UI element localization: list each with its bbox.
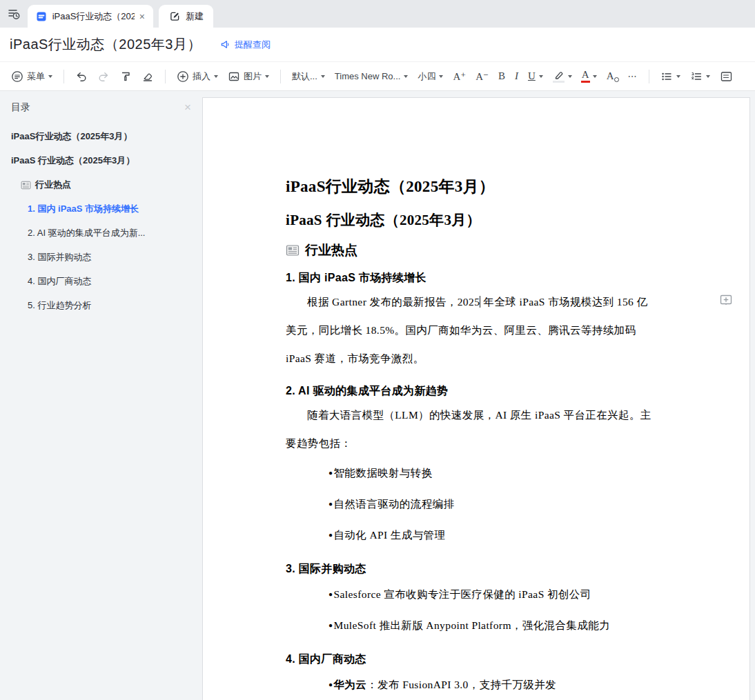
insert-button[interactable]: 插入 <box>173 68 222 86</box>
chevron-down-icon <box>568 75 572 78</box>
tab-bar: iPaaS行业动态（2025 × 新建 <box>0 0 755 28</box>
doc-paragraph-line: 随着大语言模型（LLM）的快速发展，AI 原生 iPaaS 平台正在兴起。主 <box>286 401 667 429</box>
font-family-select[interactable]: Times New Ro... <box>331 68 413 84</box>
doc-text: iPaaS 赛道，市场竞争激烈。 <box>286 352 424 364</box>
toc-sidebar: 目录 × iPaaS行业动态（2025年3月）iPaaS 行业动态（2025年3… <box>0 91 202 700</box>
megaphone-icon <box>219 39 232 51</box>
doc-text: ：发布 FusionAPI 3.0，支持千万级并发 <box>366 679 556 690</box>
menu-label: 菜单 <box>27 70 45 83</box>
content-area: 目录 × iPaaS行业动态（2025年3月）iPaaS 行业动态（2025年3… <box>0 91 755 700</box>
font-increase-button[interactable]: A⁺ <box>449 68 470 86</box>
toc-doc-icon <box>21 180 31 190</box>
tab-close-icon[interactable]: × <box>139 12 145 21</box>
menu-button[interactable]: 菜单 <box>7 68 57 86</box>
bold-label: B <box>498 70 505 82</box>
toc-item[interactable]: 4. 国内厂商动态 <box>11 274 191 288</box>
doc-content: iPaaS行业动态（2025年3月）iPaaS 行业动态（2025年3月） 行业… <box>286 176 667 700</box>
italic-button[interactable]: I <box>511 68 522 85</box>
clear-format-button[interactable] <box>137 68 158 86</box>
document-canvas: iPaaS行业动态（2025年3月）iPaaS 行业动态（2025年3月） 行业… <box>202 91 755 700</box>
bullet-list-button[interactable] <box>656 68 685 86</box>
doc-text: MuleSoft 推出新版 Anypoint Platform，强化混合集成能力 <box>333 619 609 631</box>
bullet-dot: ● <box>329 469 333 477</box>
doc-heading-h4: 2. AI 驱动的集成平台成为新趋势 <box>286 384 667 399</box>
font-family-value: Times New Ro... <box>335 71 401 81</box>
paragraph-style-select[interactable]: 默认... <box>288 68 329 86</box>
toc-close-icon[interactable]: × <box>184 101 191 114</box>
doc-text: 自然语言驱动的流程编排 <box>333 498 454 510</box>
doc-text: 美元，同比增长 18.5%。国内厂商如华为云、阿里云、腾讯云等持续加码 <box>286 324 636 336</box>
toc-item-label: iPaaS 行业动态（2025年3月） <box>11 155 135 166</box>
image-label: 图片 <box>244 70 262 83</box>
highlighter-icon <box>553 70 565 83</box>
font-size-value: 小四 <box>418 70 435 83</box>
toolbar: 菜单 插入 图片 默认... Times New Ro... 小四 <box>0 61 755 91</box>
doc-heading-h3: 行业热点 <box>286 241 667 259</box>
doc-bullet-item: ●MuleSoft 推出新版 Anypoint Platform，强化混合集成能… <box>286 610 667 641</box>
chevron-down-icon <box>593 75 597 78</box>
font-size-select[interactable]: 小四 <box>413 68 447 86</box>
newspaper-icon <box>286 243 300 257</box>
bold-button[interactable]: B <box>494 68 509 85</box>
doc-paragraph-line: iPaaS 赛道，市场竞争激烈。 <box>286 344 667 372</box>
toc-item-label: 4. 国内厂商动态 <box>28 276 91 287</box>
toolbar-separator <box>649 70 649 83</box>
font-decrease-button[interactable]: A⁻ <box>471 68 493 86</box>
text-settings-button[interactable]: A <box>602 68 618 85</box>
tab-new[interactable]: 新建 <box>159 5 213 28</box>
history-icon[interactable] <box>0 0 28 28</box>
image-icon <box>228 70 240 83</box>
tab-document-label: iPaaS行业动态（2025 <box>52 10 135 23</box>
tab-document[interactable]: iPaaS行业动态（2025 × <box>28 5 153 28</box>
undo-button[interactable] <box>71 68 92 86</box>
toolbar-separator <box>63 70 64 83</box>
bullet-dot: ● <box>329 500 333 508</box>
doc-file-icon <box>36 10 48 23</box>
bullet-dot: ● <box>329 590 333 598</box>
doc-text: 华为云 <box>333 679 366 690</box>
chevron-down-icon <box>539 75 543 78</box>
toolbar-more-button[interactable]: ⋯ <box>623 68 642 84</box>
tab-new-label: 新建 <box>186 10 204 23</box>
doc-paragraph-line: 根据 Gartner 发布的最新报告，2025 年全球 iPaaS 市场规模达到… <box>286 288 667 316</box>
doc-text: 自动化 API 生成与管理 <box>333 529 445 541</box>
doc-heading-label: 行业热点 <box>305 241 357 259</box>
chevron-down-icon <box>265 75 269 78</box>
toc-item-label: iPaaS行业动态（2025年3月） <box>11 131 133 142</box>
highlight-button[interactable] <box>549 68 576 86</box>
remind-review-label: 提醒查阅 <box>235 39 271 51</box>
toc-item-label: 2. AI 驱动的集成平台成为新... <box>28 228 145 239</box>
compose-icon <box>168 10 181 23</box>
doc-text: 根据 Gartner 发布的最新报告，2025 <box>307 296 480 308</box>
document-page[interactable]: iPaaS行业动态（2025年3月）iPaaS 行业动态（2025年3月） 行业… <box>202 97 750 700</box>
chevron-down-icon <box>439 75 443 78</box>
remind-review-button[interactable]: 提醒查阅 <box>219 39 271 51</box>
font-color-icon: A <box>582 70 589 83</box>
toc-item-label: 行业热点 <box>35 179 71 190</box>
format-painter-button[interactable] <box>115 68 136 86</box>
clipped-toolbar-icon[interactable] <box>716 68 736 86</box>
font-color-button[interactable]: A <box>578 67 601 86</box>
toc-item[interactable]: 行业热点 <box>11 178 191 192</box>
toc-item[interactable]: iPaaS 行业动态（2025年3月） <box>11 154 191 168</box>
toc-item[interactable]: 5. 行业趋势分析 <box>11 299 191 312</box>
toc-header-label: 目录 <box>11 101 30 114</box>
font-decrease-label: A⁻ <box>475 70 489 83</box>
image-button[interactable]: 图片 <box>224 68 273 86</box>
redo-button[interactable] <box>93 68 114 86</box>
bullet-dot: ● <box>329 531 333 539</box>
toolbar-separator <box>280 70 281 83</box>
toc-item-label: 3. 国际并购动态 <box>28 252 91 263</box>
toc-item[interactable]: 1. 国内 iPaaS 市场持续增长 <box>11 202 191 216</box>
toc-item[interactable]: iPaaS行业动态（2025年3月） <box>11 130 191 143</box>
toc-item[interactable]: 2. AI 驱动的集成平台成为新... <box>11 226 191 240</box>
chevron-down-icon <box>404 75 408 78</box>
toc-item[interactable]: 3. 国际并购动态 <box>11 250 191 264</box>
doc-text: 年全球 iPaaS 市场规模达到 156 亿 <box>480 296 647 308</box>
title-row: iPaaS行业动态（2025年3月） 提醒查阅 <box>0 28 755 61</box>
add-comment-icon[interactable] <box>719 293 733 307</box>
doc-heading-h4: 4. 国内厂商动态 <box>286 652 667 667</box>
toolbar-separator <box>165 70 166 83</box>
underline-button[interactable]: U <box>524 68 547 85</box>
numbered-list-button[interactable] <box>686 68 714 86</box>
